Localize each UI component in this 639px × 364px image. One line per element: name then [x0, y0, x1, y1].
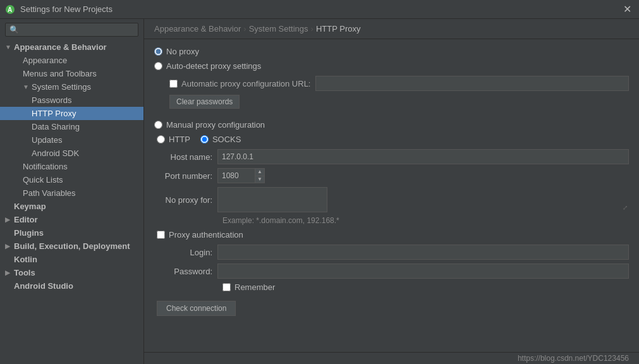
- port-number-input[interactable]: [217, 168, 255, 183]
- no-proxy-label[interactable]: No proxy: [166, 47, 199, 56]
- port-number-row: Port number: ▲ ▼: [154, 168, 629, 183]
- content-area: Appearance & Behavior › System Settings …: [144, 19, 639, 364]
- sidebar-item-notifications[interactable]: Notifications: [0, 160, 143, 173]
- sidebar-search-area: [0, 19, 143, 40]
- sidebar-item-label: Android SDK: [32, 149, 79, 158]
- password-label: Password:: [154, 267, 217, 276]
- no-proxy-for-row: No proxy for: ⤢: [154, 187, 629, 212]
- http-proto-label[interactable]: HTTP: [169, 135, 190, 144]
- sidebar-item-label: Editor: [14, 215, 38, 224]
- host-name-label: Host name:: [154, 152, 217, 162]
- expand-icon[interactable]: ⤢: [623, 204, 628, 211]
- sidebar-item-system-settings[interactable]: ▼ System Settings: [0, 80, 143, 94]
- expand-arrow-icon: ▶: [5, 256, 14, 263]
- no-proxy-radio[interactable]: [154, 47, 162, 56]
- title-bar: A Settings for New Projects ✕: [0, 0, 639, 19]
- sidebar-item-build-exec-deploy[interactable]: ▶ Build, Execution, Deployment: [0, 240, 143, 253]
- login-label: Login:: [154, 248, 217, 257]
- login-input[interactable]: [217, 245, 629, 260]
- expand-arrow-icon: ▼: [23, 83, 32, 90]
- login-row: Login:: [154, 245, 629, 260]
- sidebar-item-plugins[interactable]: ▶ Plugins: [0, 226, 143, 240]
- sidebar-item-label: Menus and Toolbars: [23, 69, 97, 78]
- sidebar-tree: ▼ Appearance & Behavior Appearance Menus…: [0, 40, 143, 364]
- breadcrumb: Appearance & Behavior › System Settings …: [144, 19, 639, 39]
- manual-proxy-section: HTTP SOCKS Host name: Port number:: [154, 135, 629, 316]
- expand-arrow-icon: ▼: [5, 44, 14, 51]
- port-increment-button[interactable]: ▲: [255, 169, 264, 176]
- sidebar-item-label: Keymap: [14, 202, 46, 211]
- main-layout: ▼ Appearance & Behavior Appearance Menus…: [0, 19, 639, 364]
- sidebar-item-kotlin[interactable]: ▶ Kotlin: [0, 253, 143, 266]
- search-input[interactable]: [5, 23, 138, 37]
- example-text: Example: *.domain.com, 192.168.*: [222, 216, 629, 225]
- auto-config-url-label[interactable]: Automatic proxy configuration URL:: [181, 79, 310, 88]
- no-proxy-for-label: No proxy for:: [154, 195, 217, 205]
- sidebar-item-label: Kotlin: [14, 255, 37, 264]
- port-spinner: ▲ ▼: [255, 168, 265, 183]
- sidebar-item-appearance-behavior[interactable]: ▼ Appearance & Behavior: [0, 40, 143, 54]
- sidebar-item-keymap[interactable]: ▶ Keymap: [0, 200, 143, 213]
- expand-arrow-icon: ▶: [5, 243, 14, 250]
- expand-arrow-icon: ▶: [5, 269, 14, 276]
- socks-proto-radio[interactable]: [200, 135, 209, 143]
- http-proto-radio[interactable]: [157, 135, 165, 143]
- sidebar-item-label: Android Studio: [14, 281, 73, 291]
- sidebar-item-menus-toolbars[interactable]: Menus and Toolbars: [0, 67, 143, 80]
- remember-label[interactable]: Remember: [234, 282, 275, 292]
- sidebar-item-label: Notifications: [23, 162, 68, 171]
- sidebar-item-android-sdk[interactable]: Android SDK: [0, 147, 143, 160]
- sidebar-item-path-variables[interactable]: Path Variables: [0, 186, 143, 200]
- title-bar-left: A Settings for New Projects: [5, 4, 113, 15]
- clear-passwords-button[interactable]: Clear passwords: [169, 95, 240, 109]
- sidebar-item-updates[interactable]: Updates: [0, 133, 143, 147]
- manual-proxy-label[interactable]: Manual proxy configuration: [166, 120, 265, 130]
- auto-detect-label[interactable]: Auto-detect proxy settings: [166, 61, 261, 71]
- sidebar-item-android-studio[interactable]: ▶ Android Studio: [0, 279, 143, 293]
- check-connection-button[interactable]: Check connection: [157, 301, 236, 316]
- config-url-checkbox-area: Automatic proxy configuration URL:: [169, 79, 310, 88]
- status-url: https://blog.csdn.net/YDC123456: [518, 354, 629, 363]
- proxy-auth-label[interactable]: Proxy authentication: [169, 230, 243, 240]
- sidebar-item-label: Data Sharing: [32, 122, 80, 131]
- auto-config-url-input[interactable]: [315, 76, 629, 91]
- no-proxy-row: No proxy: [154, 47, 629, 56]
- no-proxy-for-input[interactable]: [217, 187, 327, 212]
- remember-checkbox[interactable]: [222, 283, 231, 291]
- sidebar-item-quick-lists[interactable]: Quick Lists: [0, 173, 143, 186]
- password-input[interactable]: [217, 264, 629, 279]
- sidebar-item-label: Passwords: [32, 95, 72, 105]
- window-title: Settings for New Projects: [20, 4, 113, 14]
- sidebar-item-editor[interactable]: ▶ Editor: [0, 213, 143, 226]
- auto-detect-radio[interactable]: [154, 62, 162, 70]
- breadcrumb-sep2: ›: [311, 24, 313, 33]
- expand-arrow-icon: ▶: [5, 229, 14, 236]
- port-decrement-button[interactable]: ▼: [255, 176, 264, 183]
- manual-proxy-radio[interactable]: [154, 121, 162, 129]
- sidebar-item-tools[interactable]: ▶ Tools: [0, 266, 143, 279]
- breadcrumb-current: HTTP Proxy: [316, 24, 361, 33]
- sidebar-item-label: Tools: [14, 268, 35, 277]
- auto-config-checkbox[interactable]: [169, 80, 178, 88]
- no-proxy-for-wrapper: ⤢: [217, 187, 629, 212]
- host-name-input[interactable]: [217, 149, 629, 164]
- protocol-row: HTTP SOCKS: [154, 135, 629, 144]
- sidebar-item-label: HTTP Proxy: [32, 109, 76, 118]
- breadcrumb-sep1: ›: [243, 24, 246, 33]
- sidebar-item-http-proxy[interactable]: HTTP Proxy: [0, 107, 143, 120]
- close-button[interactable]: ✕: [621, 3, 634, 16]
- proxy-auth-row: Proxy authentication: [157, 230, 629, 240]
- breadcrumb-part1: Appearance & Behavior: [154, 24, 241, 33]
- sidebar-item-data-sharing[interactable]: Data Sharing: [0, 120, 143, 133]
- socks-proto-label[interactable]: SOCKS: [212, 135, 241, 144]
- sidebar-item-label: Path Variables: [23, 188, 76, 198]
- sidebar-item-appearance[interactable]: Appearance: [0, 54, 143, 67]
- manual-proxy-row: Manual proxy configuration: [154, 120, 629, 130]
- expand-arrow-icon: ▶: [5, 216, 14, 223]
- sidebar-item-label: Build, Execution, Deployment: [14, 241, 130, 251]
- sidebar-item-passwords[interactable]: Passwords: [0, 94, 143, 107]
- port-number-label: Port number:: [154, 171, 217, 181]
- sidebar-item-label: System Settings: [32, 82, 91, 92]
- expand-arrow-icon: ▶: [5, 203, 14, 210]
- proxy-auth-checkbox[interactable]: [157, 231, 165, 239]
